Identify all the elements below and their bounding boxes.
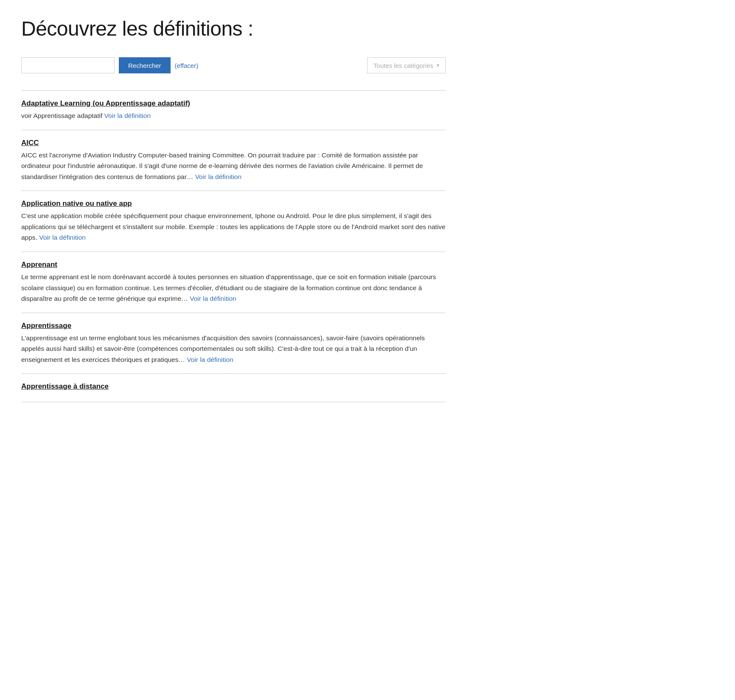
definition-term: Apprentissage (21, 322, 446, 330)
definition-term: AICC (21, 139, 446, 147)
definition-item: AICCAICC est l'acronyme d'Aviation Indus… (21, 130, 446, 191)
search-bar: Rechercher (effacer) Toutes les catégori… (21, 57, 446, 73)
definition-body: voir Apprentissage adaptatif Voir la déf… (21, 110, 446, 121)
see-definition-link[interactable]: Voir la définition (39, 234, 85, 241)
definition-term: Apprentissage à distance (21, 382, 446, 391)
search-input[interactable] (21, 57, 115, 73)
definition-item: Apprentissage L'apprentissage est un ter… (21, 313, 446, 374)
see-definition-link[interactable]: Voir la définition (104, 112, 151, 119)
definition-term: Apprenant (21, 260, 446, 269)
page-title: Découvrez les définitions : (21, 17, 446, 40)
definition-body: L'apprentissage est un terme englobant t… (21, 333, 446, 365)
see-definition-link[interactable]: Voir la définition (187, 356, 233, 363)
clear-link[interactable]: (effacer) (175, 62, 199, 69)
definition-body: C'est une application mobile créée spéci… (21, 210, 446, 243)
see-definition-link[interactable]: Voir la définition (195, 173, 241, 180)
definition-item: ApprenantLe terme apprenant est le nom d… (21, 252, 446, 313)
definition-body: AICC est l'acronyme d'Aviation Industry … (21, 150, 446, 182)
category-dropdown[interactable]: Toutes les catégories ▾ (367, 57, 446, 73)
chevron-down-icon: ▾ (437, 62, 439, 68)
definition-item: Apprentissage à distance (21, 374, 446, 402)
definition-body: Le terme apprenant est le nom dorénavant… (21, 272, 446, 304)
definition-item: Adaptative Learning (ou Apprentissage ad… (21, 90, 446, 130)
see-definition-link[interactable]: Voir la définition (190, 295, 236, 302)
category-dropdown-label: Toutes les catégories (373, 62, 433, 69)
definition-term: Application native ou native app (21, 199, 446, 208)
definition-term: Adaptative Learning (ou Apprentissage ad… (21, 99, 446, 108)
definition-list: Adaptative Learning (ou Apprentissage ad… (21, 90, 446, 402)
search-button[interactable]: Rechercher (119, 57, 171, 73)
definition-item: Application native ou native appC'est un… (21, 191, 446, 252)
